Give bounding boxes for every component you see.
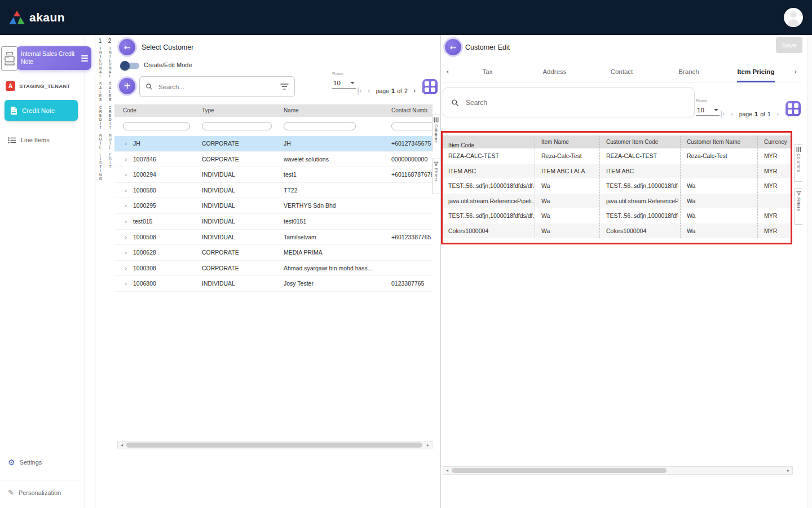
customer-row[interactable]: ›1000294INDIVIDUALtest1+60116878767670 — [114, 167, 433, 183]
customer-row[interactable]: ›1006800INDIVIDUALJosy Tester0123387765 — [114, 276, 433, 292]
tab-address[interactable]: Address — [521, 61, 588, 82]
sidebar-item-line-items[interactable]: Line Items — [8, 137, 50, 143]
first-page-button[interactable]: |‹ — [357, 87, 362, 95]
sidebar-module-internal-sales-credit-note[interactable]: Internal Sales Credit Note — [16, 46, 91, 70]
filter-input-name[interactable] — [284, 122, 356, 130]
scrollbar-thumb[interactable] — [452, 468, 667, 473]
item-pricing-row[interactable]: ITEM ABCITEM ABC LALAITEM ABCMYR — [442, 164, 792, 179]
column-header-customer-item-name[interactable]: Customer Item Name — [687, 139, 740, 145]
item-pricing-search-box[interactable] — [443, 87, 695, 117]
chevron-right-icon[interactable]: › — [125, 234, 127, 241]
filter-list-icon[interactable] — [280, 84, 289, 90]
item-pricing-row[interactable]: REZA-CALC-TESTReza-Calc-TestREZA-CALC-TE… — [442, 148, 792, 164]
create-edit-mode-toggle[interactable] — [120, 61, 140, 71]
scroll-right-arrow[interactable]: ▸ — [424, 443, 432, 448]
first-page-button[interactable]: |‹ — [720, 110, 725, 118]
save-button[interactable]: Save — [776, 37, 802, 53]
page-indicator: page 1 of 2 — [376, 87, 408, 94]
customer-row[interactable]: ›1000580INDIVIDUALTT22 — [114, 183, 433, 199]
chevron-down-icon — [714, 109, 718, 111]
chevron-right-icon[interactable]: › — [125, 171, 127, 178]
filter-input-type[interactable] — [202, 122, 272, 130]
toggle-thumb[interactable] — [120, 61, 130, 71]
grid-view-button[interactable] — [422, 79, 438, 94]
next-page-button[interactable]: › — [776, 110, 779, 118]
current-page: 1 — [391, 87, 395, 94]
filter-input-code[interactable] — [123, 122, 190, 130]
customer-table-header: Code Type Name Contact Numb — [114, 104, 433, 117]
customer-row[interactable]: ›1000295INDIVIDUALVERTHYS Sdn Bhd — [114, 198, 433, 214]
item-pricing-row[interactable]: TEST..56..sdfjn,1000018fdfds/df...WaTEST… — [442, 178, 792, 194]
tabs-scroll-right[interactable]: › — [789, 68, 802, 76]
sidebar-item-settings[interactable]: ⚙ Settings — [8, 458, 42, 466]
chevron-right-icon[interactable]: › — [125, 280, 127, 287]
grid-view-button[interactable] — [785, 101, 801, 116]
item-pricing-row[interactable]: TEST..56..sdfjn,1000018fdfds/df...WaTEST… — [442, 208, 792, 224]
sidebar-item-personalization[interactable]: ✎ Personalization — [8, 489, 61, 496]
sidebar-tenant[interactable]: A STAGING_TENANT — [6, 81, 70, 91]
scroll-left-arrow[interactable]: ◂ — [443, 468, 451, 473]
column-header-contact[interactable]: Contact Numb — [391, 107, 427, 113]
chevron-right-icon[interactable]: › — [125, 218, 127, 225]
horizontal-scrollbar[interactable]: ◂ ▸ — [117, 441, 433, 449]
rows-per-page-select[interactable]: 10 — [696, 106, 720, 116]
back-button[interactable]: ← — [445, 39, 461, 55]
customer-row[interactable]: ›1000628CORPORATEMEDIA PRIMA — [114, 245, 433, 261]
chevron-right-icon[interactable]: › — [125, 140, 127, 147]
scroll-left-arrow[interactable]: ◂ — [118, 443, 126, 448]
column-header-item-name[interactable]: Item Name — [541, 139, 569, 145]
rows-per-page-select[interactable]: 10 — [332, 78, 356, 89]
column-header-name[interactable]: Name — [284, 107, 299, 113]
window-scrollbar[interactable] — [807, 35, 812, 508]
horizontal-scrollbar[interactable]: ◂ ▸ — [443, 466, 793, 475]
tab-tax[interactable]: Tax — [454, 61, 521, 82]
tabs-scroll-left[interactable]: ‹ — [442, 68, 454, 76]
cell-type: INDIVIDUAL — [202, 202, 235, 209]
filters-side-tab[interactable]: Filters — [795, 188, 802, 225]
tab-item-pricing[interactable]: Item Pricing — [722, 61, 789, 82]
vertical-tab-edit[interactable]: 2 INTERNAL SALES CREDIT NOTE EDIT — [105, 35, 115, 508]
chevron-right-icon[interactable]: › — [125, 156, 127, 163]
chevron-right-icon[interactable]: › — [125, 249, 127, 256]
add-customer-button[interactable]: + — [119, 78, 135, 94]
akaun-logo[interactable]: akaun — [9, 11, 65, 24]
scroll-right-arrow[interactable]: ▸ — [784, 468, 792, 473]
prev-page-button[interactable]: ‹ — [368, 87, 370, 95]
tab-contact[interactable]: Contact — [588, 61, 655, 82]
user-avatar[interactable] — [784, 8, 803, 27]
columns-side-tab[interactable]: Columns — [432, 115, 440, 151]
chevron-right-icon[interactable]: › — [125, 265, 127, 272]
filter-input-contact[interactable] — [391, 122, 433, 130]
columns-side-tab[interactable]: Columns — [795, 144, 802, 182]
item-pricing-row[interactable]: Colors1000004WaColors1000004WaMYR — [442, 224, 792, 239]
back-button[interactable]: ← — [119, 39, 135, 55]
column-header-code[interactable]: Code — [123, 107, 136, 113]
next-page-button[interactable]: › — [413, 87, 416, 95]
customer-row[interactable]: ›1000508INDIVIDUALTamilselvam+6012338776… — [114, 230, 433, 246]
item-pricing-row[interactable]: java.util.stream.ReferencePipeli...Wajav… — [442, 194, 792, 209]
customer-row[interactable]: ›1007846CORPORATEwavelet solutions000000… — [114, 152, 433, 168]
column-header-currency[interactable]: Currency — [764, 139, 787, 145]
filters-side-tab[interactable]: Filters — [432, 159, 440, 194]
chevron-right-icon[interactable]: › — [125, 187, 127, 194]
module-label: Internal Sales Credit Note — [21, 50, 79, 65]
rows-per-page-control: Rows 10 — [332, 71, 356, 89]
prev-page-button[interactable]: ‹ — [731, 110, 734, 118]
sidebar-item-credit-note[interactable]: Credit Note — [5, 100, 78, 121]
customer-row[interactable]: ›JHCORPORATEJH+60127345675 — [114, 136, 433, 152]
customer-search-box[interactable] — [139, 76, 295, 97]
customer-row[interactable]: ›test015INDIVIDUALtest0151 — [114, 214, 433, 230]
item-pricing-search-input[interactable] — [465, 98, 686, 107]
scrollbar-thumb[interactable] — [126, 443, 422, 448]
menu-icon[interactable] — [81, 55, 88, 62]
filter-funnel-icon — [796, 191, 801, 196]
column-header-customer-item-code[interactable]: Customer Item Code — [606, 139, 658, 145]
customer-row[interactable]: ›1000308CORPORATEAhmad syarqawi bin mohd… — [114, 261, 433, 277]
column-header-type[interactable]: Type — [202, 107, 214, 113]
columns-icon — [434, 117, 439, 122]
vertical-tab-listing[interactable]: 1 INTERNAL SALES CREDIT NOTE LISTING — [95, 35, 105, 508]
customer-search-input[interactable] — [157, 83, 276, 91]
sort-descending-icon[interactable]: ↓ — [451, 142, 455, 148]
tab-branch[interactable]: Branch — [655, 61, 722, 82]
chevron-right-icon[interactable]: › — [125, 202, 127, 209]
